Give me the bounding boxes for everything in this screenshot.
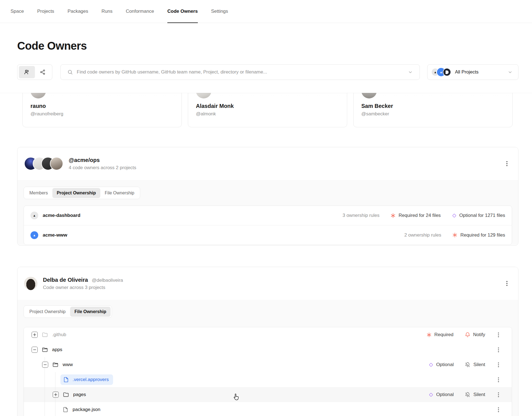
row-menu-button[interactable] bbox=[496, 332, 501, 338]
team-subtitle: 4 code owners across 2 projects bbox=[69, 165, 136, 171]
diamond-icon bbox=[429, 392, 433, 397]
nav-item-settings[interactable]: Settings bbox=[211, 0, 228, 23]
search-input[interactable] bbox=[77, 69, 404, 75]
team-card-acme-ops: @acme/ops 4 code owners across 2 project… bbox=[17, 147, 518, 246]
kebab-icon bbox=[496, 407, 501, 413]
tree-row-pages[interactable]: pages Optional Silent bbox=[24, 387, 512, 402]
kebab-icon bbox=[505, 160, 509, 167]
file-icon bbox=[63, 377, 69, 383]
tab-file-ownership[interactable]: File Ownership bbox=[70, 307, 111, 317]
person-subtitle: Code owner across 3 projects bbox=[43, 285, 123, 290]
code-owners-page: rauno @raunofreiberg Alasdair Monk @almo… bbox=[0, 0, 532, 416]
team-card-body: Members Project Ownership File Ownership… bbox=[17, 180, 518, 245]
tree-item-label: package.json bbox=[73, 407, 100, 412]
tree-item-label: .github bbox=[52, 332, 66, 338]
share-graph-icon bbox=[40, 69, 46, 75]
silent-badge: Silent bbox=[465, 392, 485, 398]
tree-item-label: www bbox=[63, 362, 73, 367]
top-navigation: Space Projects Packages Runs Conformance… bbox=[0, 0, 532, 23]
tab-project-ownership[interactable]: Project Ownership bbox=[25, 307, 70, 317]
nav-item-code-owners[interactable]: Code Owners bbox=[167, 0, 198, 23]
row-menu-button[interactable] bbox=[496, 392, 501, 398]
row-menu-button[interactable] bbox=[496, 362, 501, 368]
avatar bbox=[24, 277, 37, 290]
expand-plus-icon[interactable] bbox=[32, 332, 38, 338]
project-logo-stack: ▲ ▲ bbox=[431, 67, 451, 77]
optional-badge: Optional bbox=[429, 362, 454, 367]
diamond-icon bbox=[452, 213, 457, 218]
folder-icon bbox=[52, 361, 59, 368]
project-name: acme-www bbox=[43, 232, 67, 238]
ownership-rules-count: 2 ownership rules bbox=[404, 232, 441, 238]
tree-row-www[interactable]: www Optional Silent bbox=[24, 357, 512, 372]
notify-badge: Notify bbox=[465, 332, 485, 338]
tab-file-ownership[interactable]: File Ownership bbox=[100, 188, 139, 198]
tree-row-github[interactable]: .github Required Notify bbox=[24, 327, 512, 342]
person-tabs: Project Ownership File Ownership bbox=[24, 305, 112, 318]
tree-item-label: pages bbox=[73, 392, 86, 397]
tree-row-apps[interactable]: apps bbox=[24, 342, 512, 357]
row-menu-button[interactable] bbox=[496, 377, 501, 383]
person-name: Delba de Oliveira bbox=[43, 277, 88, 283]
projects-filter-dropdown[interactable]: ▲ ▲ All Projects bbox=[427, 64, 518, 80]
users-icon bbox=[24, 69, 30, 75]
optional-badge: Optional bbox=[429, 392, 454, 397]
nav-item-conformance[interactable]: Conformance bbox=[126, 0, 154, 23]
team-card-header: @acme/ops 4 code owners across 2 project… bbox=[17, 147, 518, 180]
owner-name: Alasdair Monk bbox=[196, 103, 339, 109]
nav-item-packages[interactable]: Packages bbox=[68, 0, 88, 23]
view-toggle-group bbox=[17, 64, 52, 80]
selected-file-pill[interactable]: .vercel.approvers bbox=[60, 374, 113, 385]
project-logo-acme-dashboard: ▲ bbox=[30, 212, 38, 219]
person-card-body: Project Ownership File Ownership bbox=[17, 300, 518, 416]
page-title: Code Owners bbox=[17, 40, 87, 52]
kebab-icon bbox=[496, 332, 501, 338]
people-view-button[interactable] bbox=[19, 66, 35, 78]
ownership-rules-count: 3 ownership rules bbox=[342, 213, 379, 218]
row-menu-button[interactable] bbox=[496, 347, 501, 353]
optional-badge: Optional for 1271 files bbox=[452, 213, 505, 218]
required-badge: Required for 129 files bbox=[452, 232, 505, 238]
team-avatar-stack bbox=[24, 157, 63, 170]
tab-project-ownership[interactable]: Project Ownership bbox=[52, 188, 100, 198]
file-ownership-tree: .github Required Notify bbox=[24, 327, 512, 416]
chevron-down-icon[interactable] bbox=[408, 70, 413, 75]
owner-handle: @raunofreiberg bbox=[30, 111, 174, 117]
graph-view-button[interactable] bbox=[35, 66, 51, 78]
search-box[interactable] bbox=[60, 64, 420, 80]
required-badge: Required bbox=[426, 332, 454, 338]
team-menu-button[interactable] bbox=[505, 160, 509, 167]
asterisk-icon bbox=[390, 213, 396, 218]
nav-item-space[interactable]: Space bbox=[11, 0, 24, 23]
project-name: acme-dashboard bbox=[43, 213, 80, 218]
asterisk-icon bbox=[426, 332, 432, 338]
toolbar: ▲ ▲ All Projects bbox=[17, 64, 518, 80]
chevron-down-icon bbox=[508, 70, 513, 75]
project-ownership-table: ▲ acme-dashboard 3 ownership rules Requi… bbox=[24, 206, 512, 245]
owner-name: rauno bbox=[30, 103, 174, 109]
silent-badge: Silent bbox=[465, 362, 485, 368]
nav-item-projects[interactable]: Projects bbox=[37, 0, 54, 23]
nav-item-runs[interactable]: Runs bbox=[101, 0, 112, 23]
folder-icon bbox=[42, 331, 48, 338]
sticky-header: Space Projects Packages Runs Conformance… bbox=[0, 0, 532, 93]
tree-row-package-json[interactable]: package.json bbox=[24, 402, 512, 416]
row-menu-button[interactable] bbox=[496, 407, 501, 413]
person-card-header: Delba de Oliveira @delbaoliveira Code ow… bbox=[17, 267, 518, 300]
file-icon bbox=[63, 407, 69, 413]
project-logo-icon bbox=[443, 68, 451, 76]
bell-off-icon bbox=[465, 362, 470, 368]
table-row[interactable]: ▲ acme-dashboard 3 ownership rules Requi… bbox=[24, 206, 512, 225]
tab-members[interactable]: Members bbox=[25, 188, 52, 198]
collapse-minus-icon[interactable] bbox=[32, 347, 38, 353]
expand-plus-icon[interactable] bbox=[53, 392, 59, 398]
mouse-cursor bbox=[232, 393, 240, 403]
collapse-minus-icon[interactable] bbox=[42, 362, 48, 368]
table-row[interactable]: ▲ acme-www 2 ownership rules Required fo… bbox=[24, 225, 512, 245]
projects-filter-label: All Projects bbox=[455, 69, 479, 75]
tree-item-label: apps bbox=[52, 347, 62, 352]
tree-row-vercel-approvers[interactable]: .vercel.approvers bbox=[24, 372, 512, 387]
person-menu-button[interactable] bbox=[505, 280, 509, 287]
project-logo-acme-www: ▲ bbox=[30, 231, 38, 239]
kebab-icon bbox=[496, 392, 501, 398]
